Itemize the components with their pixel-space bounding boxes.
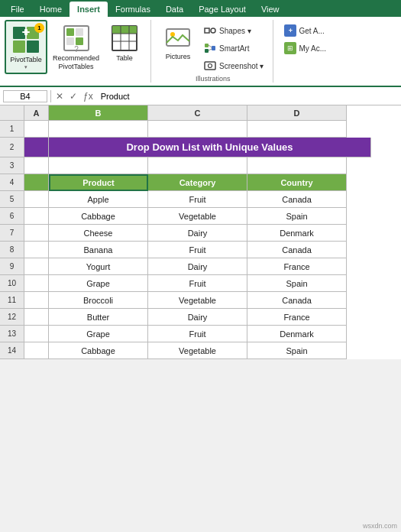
tab-home[interactable]: Home xyxy=(32,2,70,17)
cell-a13[interactable] xyxy=(24,326,49,342)
recommended-pivottables-button[interactable]: ? RecommendedPivotTables xyxy=(49,20,103,73)
cell-d1[interactable] xyxy=(247,121,347,138)
cell-b12[interactable]: Butter xyxy=(49,309,148,326)
my-addins-button[interactable]: ⊞ My Ac... xyxy=(281,41,329,56)
screenshot-button[interactable]: Screenshot ▾ xyxy=(200,58,267,73)
get-addins-button[interactable]: + Get A... xyxy=(281,23,329,38)
cell-b1[interactable] xyxy=(49,121,148,138)
cell-b3[interactable] xyxy=(49,157,148,174)
cell-b7[interactable]: Cheese xyxy=(49,225,148,242)
cell-d9[interactable]: France xyxy=(247,258,347,275)
cell-b9[interactable]: Yogurt xyxy=(49,258,148,275)
cell-a2[interactable] xyxy=(24,138,49,157)
cell-b6[interactable]: Cabbage xyxy=(49,208,148,225)
cell-a3[interactable] xyxy=(24,157,49,174)
cell-d12[interactable]: France xyxy=(247,309,347,326)
confirm-formula-button[interactable]: ✓ xyxy=(68,91,79,102)
cell-a9[interactable] xyxy=(24,258,49,275)
cell-c3[interactable] xyxy=(148,157,247,174)
cell-a5[interactable] xyxy=(24,191,49,208)
cell-b10[interactable]: Grape xyxy=(49,275,148,292)
tab-data[interactable]: Data xyxy=(158,2,191,17)
tab-insert[interactable]: Insert xyxy=(70,2,108,17)
cell-a8[interactable] xyxy=(24,242,49,258)
cell-b14[interactable]: Cabbage xyxy=(49,342,148,359)
cell-d5[interactable]: Canada xyxy=(247,191,347,208)
cancel-formula-button[interactable]: ✕ xyxy=(54,91,65,102)
cell-c12[interactable]: Dairy xyxy=(148,309,247,326)
table-row: 11 Broccoli Vegetable Canada xyxy=(0,292,401,309)
svg-rect-9 xyxy=(66,37,74,45)
smartart-button[interactable]: SmartArt xyxy=(200,41,267,56)
cell-c7[interactable]: Dairy xyxy=(148,225,247,242)
cell-b8[interactable]: Banana xyxy=(49,242,148,258)
tab-file[interactable]: File xyxy=(3,2,32,17)
svg-rect-27 xyxy=(205,62,215,70)
cell-title[interactable]: Drop Down List with Unique Values xyxy=(49,138,371,157)
spreadsheet: A B C D 1 2 Drop Down List with Unique V… xyxy=(0,105,401,359)
pivottable-button[interactable]: 1 PivotTable ▾ xyxy=(5,20,47,74)
row-header-6: 6 xyxy=(0,208,24,225)
cell-d6[interactable]: Spain xyxy=(247,208,347,225)
ribbon-content: 1 PivotTable ▾ ? RecommendedPivotTable xyxy=(0,17,401,87)
formula-value: Product xyxy=(98,91,398,102)
table-button[interactable]: Table xyxy=(105,20,144,64)
tab-page-layout[interactable]: Page Layout xyxy=(191,2,254,17)
cell-reference-box[interactable]: B4 xyxy=(3,90,47,102)
cell-d7[interactable]: Denmark xyxy=(247,225,347,242)
cell-b13[interactable]: Grape xyxy=(49,326,148,342)
cell-a4[interactable] xyxy=(24,174,49,191)
table-row: 13 Grape Fruit Denmark xyxy=(0,326,401,342)
cell-a14[interactable] xyxy=(24,342,49,359)
cell-c11[interactable]: Vegetable xyxy=(148,292,247,309)
cell-d11[interactable]: Canada xyxy=(247,292,347,309)
cell-d3[interactable] xyxy=(247,157,347,174)
illustrations-group-label: Illustrations xyxy=(159,75,267,83)
cell-a1[interactable] xyxy=(24,121,49,138)
cell-d10[interactable]: Spain xyxy=(247,275,347,292)
cell-c8[interactable]: Fruit xyxy=(148,242,247,258)
cell-a7[interactable] xyxy=(24,225,49,242)
addins-group: + Get A... ⊞ My Ac... xyxy=(275,20,335,83)
col-header-c[interactable]: C xyxy=(148,105,247,121)
cell-d13[interactable]: Denmark xyxy=(247,326,347,342)
col-header-b[interactable]: B xyxy=(49,105,148,121)
shapes-button[interactable]: Shapes ▾ xyxy=(200,23,267,38)
cell-b4[interactable]: Product xyxy=(49,174,148,191)
cell-d4[interactable]: Country xyxy=(247,174,347,191)
table-row: 9 Yogurt Dairy France xyxy=(0,258,401,275)
pictures-icon xyxy=(163,22,193,53)
tab-view[interactable]: View xyxy=(254,2,287,17)
cell-c14[interactable]: Vegetable xyxy=(148,342,247,359)
svg-rect-2 xyxy=(13,41,25,53)
pictures-label: Pictures xyxy=(166,53,191,60)
insert-function-button[interactable]: ƒx xyxy=(82,91,95,102)
pictures-button[interactable]: Pictures xyxy=(159,20,197,63)
cell-c1[interactable] xyxy=(148,121,247,138)
cell-c4[interactable]: Category xyxy=(148,174,247,191)
cell-a6[interactable] xyxy=(24,208,49,225)
get-addins-icon: + xyxy=(284,24,296,37)
cell-b11[interactable]: Broccoli xyxy=(49,292,148,309)
cell-c5[interactable]: Fruit xyxy=(148,191,247,208)
data-rows: 5 Apple Fruit Canada 6 Cabbage Vegetable… xyxy=(0,191,401,359)
cell-a12[interactable] xyxy=(24,309,49,326)
cell-c6[interactable]: Vegetable xyxy=(148,208,247,225)
cell-b5[interactable]: Apple xyxy=(49,191,148,208)
cell-a11[interactable] xyxy=(24,292,49,309)
table-row: 6 Cabbage Vegetable Spain xyxy=(0,208,401,225)
cell-c9[interactable]: Dairy xyxy=(148,258,247,275)
cell-c10[interactable]: Fruit xyxy=(148,275,247,292)
formula-bar: B4 ✕ ✓ ƒx Product xyxy=(0,87,401,105)
cell-a10[interactable] xyxy=(24,275,49,292)
col-header-a[interactable]: A xyxy=(24,105,49,121)
shapes-icon xyxy=(203,24,217,37)
svg-rect-10 xyxy=(76,37,83,45)
table-label: Table xyxy=(116,54,133,62)
tab-formulas[interactable]: Formulas xyxy=(108,2,158,17)
cell-d14[interactable]: Spain xyxy=(247,342,347,359)
col-header-d[interactable]: D xyxy=(247,105,347,121)
cell-c13[interactable]: Fruit xyxy=(148,326,247,342)
cell-d8[interactable]: Canada xyxy=(247,242,347,258)
svg-point-21 xyxy=(211,28,215,33)
